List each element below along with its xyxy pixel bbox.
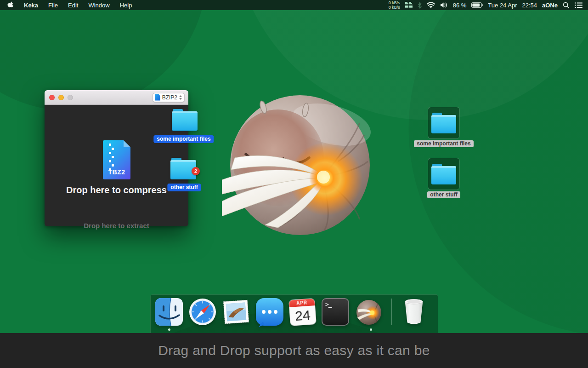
battery-icon[interactable] xyxy=(471,2,483,8)
bluetooth-icon[interactable] xyxy=(418,2,422,9)
drop-extract-label: Drop here to extract xyxy=(45,222,188,230)
battery-percent: 86 % xyxy=(453,2,467,9)
file-type-badge: TBZ2 xyxy=(103,168,130,176)
dock-calendar-icon[interactable]: APR 24 xyxy=(288,298,317,326)
menu-help[interactable]: Help xyxy=(120,2,132,9)
dock-messages-icon[interactable] xyxy=(256,298,283,326)
dock-trash-icon[interactable] xyxy=(401,298,427,326)
drop-zone[interactable]: TBZ2 Drop here to compress Drop here to … xyxy=(45,105,188,226)
dock-mail-icon[interactable] xyxy=(222,298,250,326)
menubar-date[interactable]: Tue 24 Apr xyxy=(488,2,517,9)
network-meter-icon[interactable] xyxy=(405,2,413,8)
volume-icon[interactable] xyxy=(440,2,448,8)
terminal-prompt-glyph: >_ xyxy=(322,299,348,308)
desktop-folder-other-stuff[interactable]: other stuff xyxy=(427,158,460,198)
selection-highlight xyxy=(428,158,460,190)
apple-menu[interactable] xyxy=(7,1,14,9)
minimize-button[interactable] xyxy=(58,95,64,100)
dock: APR 24 >_ xyxy=(150,296,438,328)
format-dropdown[interactable]: BZIP2 xyxy=(153,93,185,102)
zoom-button-disabled xyxy=(68,95,73,100)
desktop-background: Keka File Edit Window Help 0 kB/s 0 kB/s xyxy=(0,0,588,368)
desktop-folder-label: some important files xyxy=(414,140,473,147)
item-count-badge: 2 xyxy=(192,167,200,175)
search-icon[interactable] xyxy=(563,2,570,9)
dragged-folder-other-stuff[interactable]: 2 xyxy=(170,158,196,179)
close-button[interactable] xyxy=(49,95,55,100)
keka-window: BZIP2 TBZ2 Drop here to compress Drop he… xyxy=(45,90,188,226)
network-speed-text[interactable]: 0 kB/s 0 kB/s xyxy=(389,0,400,10)
net-up: 0 kB/s xyxy=(389,0,400,5)
menu-app-name[interactable]: Keka xyxy=(24,2,38,9)
page-fold xyxy=(124,140,130,147)
menu-file[interactable]: File xyxy=(48,2,58,9)
chevron-updown-icon xyxy=(179,95,182,100)
desktop-folder-some-important-files[interactable]: some important files xyxy=(427,107,460,147)
format-file-icon xyxy=(155,94,160,101)
dock-finder-icon[interactable] xyxy=(155,298,183,326)
window-controls xyxy=(49,95,73,100)
keka-running-indicator xyxy=(370,328,372,331)
dock-separator xyxy=(391,299,392,325)
menu-bar: Keka File Edit Window Help 0 kB/s 0 kB/s xyxy=(0,0,588,10)
folder-icon xyxy=(431,113,456,133)
folder-icon xyxy=(431,164,456,184)
desktop-folder-label: other stuff xyxy=(427,191,460,198)
wifi-icon[interactable] xyxy=(427,2,435,8)
selection-highlight xyxy=(428,107,460,139)
menu-edit[interactable]: Edit xyxy=(68,2,78,9)
format-dropdown-value: BZIP2 xyxy=(162,94,177,101)
menu-window[interactable]: Window xyxy=(88,2,109,9)
dock-keka-icon[interactable] xyxy=(355,298,383,326)
finder-running-indicator xyxy=(168,328,170,331)
input-source-menu[interactable]: aONe xyxy=(542,2,558,9)
caption-bar: Drag and Drop support as easy as it can … xyxy=(0,333,588,368)
notification-center-icon[interactable] xyxy=(575,2,582,8)
drop-compress-label: Drop here to compress xyxy=(45,185,188,196)
menubar-clock[interactable]: 22:54 xyxy=(522,2,537,9)
keka-mascot-illustration xyxy=(222,89,376,241)
net-down: 0 kB/s xyxy=(389,5,400,10)
apple-logo-icon xyxy=(7,1,14,9)
dock-terminal-icon[interactable]: >_ xyxy=(322,298,349,326)
calendar-day: 24 xyxy=(289,305,316,326)
tbz2-file-icon: TBZ2 xyxy=(103,140,130,179)
dock-safari-icon[interactable] xyxy=(189,298,216,326)
dragged-folder-label: other stuff xyxy=(167,184,201,191)
dragged-folder-some-important-files[interactable] xyxy=(172,109,198,131)
dragged-folder-label: some important files xyxy=(153,135,214,143)
window-titlebar[interactable]: BZIP2 xyxy=(45,90,188,105)
caption-text: Drag and Drop support as easy as it can … xyxy=(158,343,430,358)
